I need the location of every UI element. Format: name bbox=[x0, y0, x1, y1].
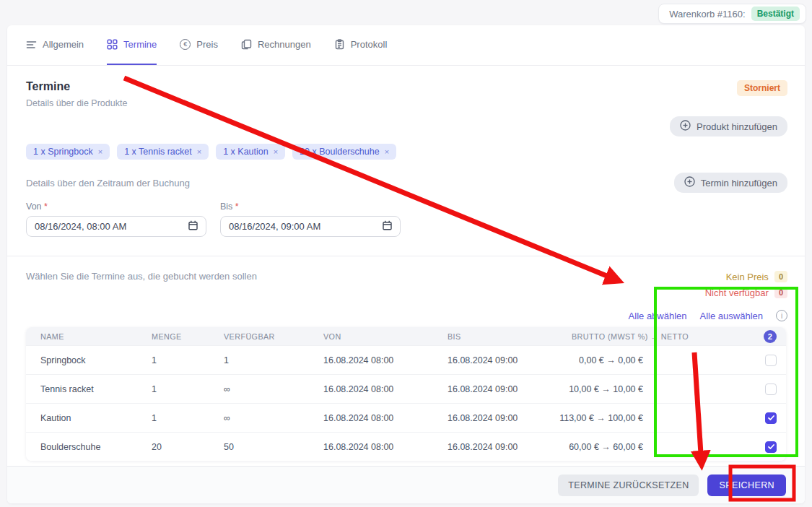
col-header-bis: BIS bbox=[448, 332, 572, 341]
cart-label: Warenkorb #1160: bbox=[669, 9, 746, 20]
section-heading: Termine Details über die Produkte bbox=[26, 80, 127, 136]
deselect-all-link[interactable]: Alle abwählen bbox=[629, 311, 687, 321]
cell-menge: 1 bbox=[152, 413, 224, 423]
row-checkbox[interactable] bbox=[765, 384, 777, 395]
tab-allgemein[interactable]: Allgemein bbox=[26, 25, 84, 65]
table-row: Springbock 1 1 16.08.2024 08:00 16.08.20… bbox=[26, 345, 786, 374]
plus-circle-icon bbox=[684, 176, 695, 189]
invoices-icon bbox=[241, 39, 252, 50]
cell-price: 10,00 € → 10,00 € bbox=[572, 384, 730, 394]
product-chip[interactable]: 1 x Springbock × bbox=[26, 144, 110, 160]
add-termin-button[interactable]: Termin hinzufügen bbox=[674, 173, 787, 193]
cell-von: 16.08.2024 08:00 bbox=[323, 355, 448, 365]
calendar-icon[interactable] bbox=[188, 220, 198, 233]
unavailable-counter: Nicht verfügbar 0 bbox=[705, 287, 787, 298]
table-row: Tennis racket 1 ∞ 16.08.2024 08:00 16.08… bbox=[26, 374, 786, 403]
cell-name: Kaution bbox=[26, 413, 152, 423]
calendar-icon[interactable] bbox=[383, 220, 392, 233]
cell-von: 16.08.2024 08:00 bbox=[323, 384, 448, 394]
chip-label: 1 x Tennis racket bbox=[124, 147, 192, 157]
von-datetime-input[interactable]: 08/16/2024, 08:00 AM bbox=[26, 216, 206, 237]
storniert-badge: Storniert bbox=[737, 80, 787, 96]
tab-rechnungen[interactable]: Rechnungen bbox=[241, 25, 311, 65]
cell-name: Boulderschuhe bbox=[26, 442, 152, 452]
plus-circle-icon bbox=[680, 120, 691, 133]
select-all-link[interactable]: Alle auswählen bbox=[700, 311, 763, 321]
bis-label: Bis * bbox=[220, 202, 401, 212]
unavailable-count-badge: 0 bbox=[774, 287, 787, 298]
von-datetime-value: 08/16/2024, 08:00 AM bbox=[35, 221, 126, 232]
chip-label: 1 x Springbock bbox=[33, 147, 93, 157]
selection-instruction: Wählen Sie die Termine aus, die gebucht … bbox=[26, 271, 257, 298]
cart-status-pill: Warenkorb #1160: Bestätigt bbox=[658, 4, 806, 24]
remove-chip-icon[interactable]: × bbox=[274, 147, 278, 156]
cell-von: 16.08.2024 08:00 bbox=[323, 413, 448, 423]
bis-datetime-input[interactable]: 08/16/2024, 09:00 AM bbox=[220, 216, 401, 237]
tab-termine[interactable]: Termine bbox=[107, 25, 157, 65]
cell-verfuegbar: 50 bbox=[224, 442, 323, 452]
cart-status-badge: Bestätigt bbox=[751, 6, 800, 21]
page-subtitle: Details über die Produkte bbox=[26, 98, 127, 108]
col-header-menge: MENGE bbox=[152, 332, 224, 341]
col-header-name: NAME bbox=[26, 332, 152, 341]
add-product-label: Produkt hinzufügen bbox=[697, 121, 777, 132]
chip-label: 20 x Boulderschuhe bbox=[300, 147, 380, 157]
info-icon[interactable]: i bbox=[776, 310, 787, 321]
table-row: Boulderschuhe 20 50 16.08.2024 08:00 16.… bbox=[26, 432, 786, 461]
menu-icon bbox=[26, 39, 37, 50]
no-price-counter: Kein Preis 0 bbox=[726, 271, 787, 282]
product-chip[interactable]: 1 x Tennis racket × bbox=[117, 144, 209, 160]
tab-label: Allgemein bbox=[43, 39, 84, 50]
col-header-price: BRUTTO (MWST %) → NETTO bbox=[572, 332, 730, 341]
product-chips: 1 x Springbock × 1 x Tennis racket × 1 x… bbox=[26, 144, 786, 160]
add-termin-label: Termin hinzufügen bbox=[701, 178, 777, 188]
cell-menge: 1 bbox=[152, 355, 224, 365]
section-divider bbox=[7, 256, 805, 256]
cell-bis: 16.08.2024 09:00 bbox=[448, 442, 572, 452]
cell-verfuegbar: 1 bbox=[224, 355, 323, 365]
selected-count-cell: 2 bbox=[730, 330, 786, 343]
row-checkbox[interactable] bbox=[765, 355, 777, 366]
cell-bis: 16.08.2024 09:00 bbox=[448, 384, 572, 394]
remove-chip-icon[interactable]: × bbox=[385, 147, 389, 156]
table-row: Kaution 1 ∞ 16.08.2024 08:00 16.08.2024 … bbox=[26, 403, 786, 432]
tab-label: Protokoll bbox=[351, 39, 388, 50]
required-asterisk: * bbox=[44, 202, 48, 212]
add-product-button[interactable]: Produkt hinzufügen bbox=[670, 116, 787, 136]
grid-icon bbox=[107, 39, 118, 50]
clipboard-icon bbox=[334, 39, 345, 50]
tab-label: Rechnungen bbox=[258, 39, 311, 50]
no-price-count-badge: 0 bbox=[774, 271, 787, 282]
cell-name: Tennis racket bbox=[26, 384, 152, 394]
page-title: Termine bbox=[26, 80, 127, 93]
cell-von: 16.08.2024 08:00 bbox=[323, 442, 448, 452]
von-label: Von * bbox=[26, 202, 206, 212]
product-chip[interactable]: 1 x Kaution × bbox=[216, 144, 285, 160]
product-chip[interactable]: 20 x Boulderschuhe × bbox=[292, 144, 396, 160]
bis-datetime-value: 08/16/2024, 09:00 AM bbox=[229, 221, 320, 232]
cell-price: 113,00 € → 100,00 € bbox=[572, 413, 730, 423]
cell-price: 0,00 € → 0,00 € bbox=[572, 355, 730, 365]
cell-bis: 16.08.2024 09:00 bbox=[448, 413, 572, 423]
tab-preis[interactable]: € Preis bbox=[180, 25, 218, 65]
period-section-label: Details über den Zeitraum der Buchung bbox=[26, 178, 190, 188]
selected-count-badge: 2 bbox=[764, 330, 777, 343]
reset-termine-button[interactable]: TERMINE ZURÜCKSETZEN bbox=[558, 474, 699, 496]
cell-price: 60,00 € → 60,00 € bbox=[572, 442, 730, 452]
save-button[interactable]: SPEICHERN bbox=[707, 474, 786, 496]
chip-label: 1 x Kaution bbox=[223, 147, 269, 157]
tab-protokoll[interactable]: Protokoll bbox=[334, 25, 388, 65]
tab-label: Preis bbox=[196, 39, 218, 50]
row-checkbox[interactable] bbox=[765, 412, 777, 424]
main-card: Allgemein Termine € Preis Rechnungen bbox=[7, 25, 805, 503]
col-header-von: VON bbox=[323, 332, 448, 341]
remove-chip-icon[interactable]: × bbox=[197, 147, 201, 156]
row-checkbox[interactable] bbox=[765, 441, 777, 453]
termine-table: NAME MENGE VERFÜGBAR VON BIS BRUTTO (MWS… bbox=[26, 327, 786, 461]
remove-chip-icon[interactable]: × bbox=[98, 147, 102, 156]
col-header-verfuegbar: VERFÜGBAR bbox=[224, 332, 323, 341]
cell-verfuegbar: ∞ bbox=[224, 413, 323, 423]
cell-menge: 1 bbox=[152, 384, 224, 394]
euro-icon: € bbox=[180, 39, 191, 50]
cell-name: Springbock bbox=[26, 355, 152, 365]
